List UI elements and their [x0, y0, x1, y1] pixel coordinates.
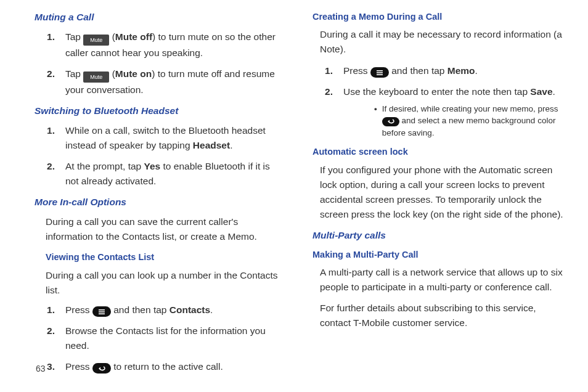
step-mute-off: Tap Mute (Mute on) to turn mute off and …: [63, 67, 285, 97]
heading-multi-party: Multi-Party calls: [312, 228, 563, 243]
text: Press: [65, 361, 92, 372]
text-bold: Headset: [193, 140, 230, 150]
svg-rect-4: [377, 70, 383, 71]
text: Use the keyboard to enter the note then …: [343, 86, 530, 97]
heading-making-multi-party: Making a Multi-Party Call: [312, 248, 563, 261]
mute-button-icon: Mute: [83, 35, 109, 46]
left-column: Muting a Call Tap Mute (Mute off) to tur…: [35, 10, 292, 380]
svg-rect-1: [99, 309, 105, 311]
svg-rect-3: [99, 313, 105, 314]
steps-contacts: Press and then tap Contacts. Browse the …: [35, 303, 285, 374]
right-column: Creating a Memo During a Call During a c…: [310, 10, 563, 380]
steps-muting: Tap Mute (Mute off) to turn mute on so t…: [35, 30, 285, 97]
text: to return to the active call.: [113, 361, 223, 372]
text-bold: Yes: [144, 161, 161, 171]
text-bold: Memo: [447, 65, 475, 76]
step-return-call: Press to return to the active call.: [63, 359, 285, 374]
step-switch-headset: While on a call, switch to the Bluetooth…: [63, 123, 285, 153]
svg-rect-6: [377, 74, 383, 75]
back-button-icon: [382, 117, 399, 126]
para-auto-lock: If you configured your phone with the Au…: [320, 163, 563, 222]
text-bold: Save: [530, 86, 552, 97]
text: While on a call, switch to the Bluetooth…: [65, 125, 266, 150]
heading-bluetooth: Switching to Bluetooth Headset: [35, 104, 285, 118]
bullet-icon: •: [374, 103, 377, 139]
heading-creating-memo: Creating a Memo During a Call: [312, 10, 563, 23]
text: Press: [65, 304, 92, 315]
text: .: [553, 86, 555, 97]
text: At the prompt, tap: [65, 161, 144, 171]
bullet-content: If desired, while creating your new memo…: [382, 103, 563, 139]
step-mute-on: Tap Mute (Mute off) to turn mute on so t…: [63, 30, 285, 60]
text: Tap: [65, 68, 83, 79]
text: Press: [343, 65, 370, 76]
heading-more-options: More In-call Options: [35, 195, 285, 210]
text: and then tap: [391, 65, 447, 76]
step-enable-bluetooth: At the prompt, tap Yes to enable Bluetoo…: [63, 159, 285, 189]
back-button-icon: [92, 363, 111, 374]
svg-rect-2: [99, 311, 105, 312]
heading-muting-call: Muting a Call: [35, 10, 285, 25]
para-memo: During a call it may be necessary to rec…: [320, 27, 563, 57]
menu-button-icon: [92, 306, 111, 317]
text-bold: Contacts: [169, 304, 210, 315]
heading-auto-lock: Automatic screen lock: [312, 145, 563, 158]
para-multi-party-2: For further details about subscribing to…: [320, 301, 563, 330]
memo-sub-bullet: • If desired, while creating your new me…: [374, 103, 563, 139]
para-multi-party-1: A multi-party call is a network service …: [320, 265, 563, 295]
svg-rect-5: [377, 72, 383, 73]
steps-bluetooth: While on a call, switch to the Bluetooth…: [35, 123, 285, 189]
text: .: [230, 140, 232, 150]
heading-viewing-contacts: Viewing the Contacts List: [46, 250, 285, 264]
step-open-contacts: Press and then tap Contacts.: [63, 303, 285, 317]
step-open-memo: Press and then tap Memo.: [341, 63, 563, 78]
menu-button-icon: [370, 67, 389, 78]
text: .: [210, 304, 213, 315]
text: and then tap: [113, 304, 169, 315]
step-save-memo: Use the keyboard to enter the note then …: [341, 84, 563, 139]
text: If desired, while creating your new memo…: [382, 104, 558, 113]
page-number: 63: [36, 364, 46, 374]
step-browse-contacts: Browse the Contacts list for the informa…: [63, 324, 285, 353]
text: Tap: [65, 31, 83, 42]
para-contacts: During a call you can look up a number i…: [46, 268, 285, 298]
para-more-options: During a call you can save the current c…: [46, 214, 285, 244]
text: and select a new memo background color b…: [382, 116, 556, 137]
text-bold: Mute off: [115, 31, 152, 42]
text-bold: Mute on: [115, 68, 152, 79]
text: .: [475, 65, 478, 76]
mute-button-icon: Mute: [83, 71, 109, 83]
two-column-layout: Muting a Call Tap Mute (Mute off) to tur…: [0, 0, 588, 380]
manual-page: Muting a Call Tap Mute (Mute off) to tur…: [0, 0, 588, 392]
steps-memo: Press and then tap Memo. Use the keyboar…: [312, 63, 563, 139]
